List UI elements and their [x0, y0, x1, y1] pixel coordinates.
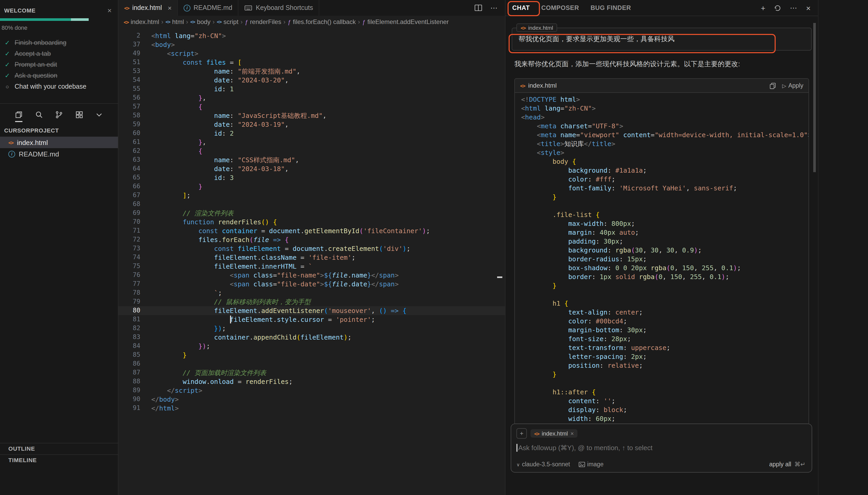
tab-chat[interactable]: CHAT — [512, 4, 530, 12]
close-icon[interactable] — [168, 4, 172, 11]
line-number: 86 — [118, 359, 140, 368]
code-line: width: 60px; — [521, 414, 802, 423]
code-line: 65 id: 3 — [118, 173, 505, 182]
line-number: 75 — [118, 262, 140, 271]
code-text: name: "前端开发指南.md", — [151, 67, 301, 75]
more-actions-icon[interactable] — [790, 4, 798, 12]
outline-panel-header[interactable]: OUTLINE — [0, 443, 118, 454]
code-text: }, — [151, 138, 206, 147]
input-file-chip[interactable]: index.html — [530, 429, 577, 438]
attach-image-button[interactable]: image — [578, 461, 603, 467]
line-number: 56 — [118, 93, 140, 102]
code-line: <style> — [521, 148, 802, 157]
more-actions-icon[interactable] — [490, 4, 498, 12]
close-icon[interactable]: × — [107, 7, 112, 14]
tab-keyboard-shortcuts[interactable]: Keyboard Shortcuts — [239, 0, 320, 16]
welcome-panel-header: WELCOME × — [0, 0, 118, 16]
file-row-index-html[interactable]: index.html — [0, 137, 118, 148]
code-text: } — [151, 351, 187, 359]
code-line: 67 ]; — [118, 191, 505, 200]
tab-readme-md[interactable]: README.md — [178, 0, 239, 16]
text-cursor — [230, 315, 231, 323]
tab-bug-finder[interactable]: BUG FINDER — [591, 4, 631, 12]
code-text: .file-list { — [521, 210, 600, 219]
code-text: background: rgba(30, 30, 30, 0.9); — [521, 246, 702, 255]
code-line: <head> — [521, 113, 802, 121]
tab-index-html[interactable]: index.html — [118, 0, 178, 16]
code-line: 83 container.appendChild(fileElement); — [118, 333, 505, 342]
code-text: ]; — [151, 191, 191, 200]
extensions-icon[interactable] — [75, 110, 83, 119]
code-text: </html> — [151, 404, 178, 413]
code-text: id: 2 — [151, 129, 234, 138]
code-line: h1::after { — [521, 388, 802, 396]
progress-label: 80% done — [0, 21, 118, 31]
breadcrumb-item[interactable]: script — [217, 18, 238, 25]
apply-all-button[interactable]: apply all ⌘↵ — [769, 461, 805, 468]
copy-icon[interactable] — [769, 82, 776, 89]
new-chat-icon[interactable] — [761, 3, 766, 12]
checklist-item[interactable]: Ask a question — [0, 70, 118, 81]
chat-input-box[interactable]: index.html Ask followup (⌘Y), @ to menti… — [511, 424, 812, 473]
add-context-button[interactable] — [516, 428, 527, 439]
code-text: date: "2024-03-20", — [151, 75, 289, 85]
code-text: max-width: 800px; — [521, 219, 635, 228]
context-file-chip[interactable]: index.html — [516, 23, 557, 32]
tab-composer[interactable]: COMPOSER — [541, 4, 579, 12]
checklist-item[interactable]: Prompt an edit — [0, 59, 118, 70]
chat-scrollbar-thumb[interactable] — [813, 23, 816, 172]
code-text: <body> — [151, 40, 175, 49]
file-row-readme-md[interactable]: README.md — [0, 148, 118, 159]
line-number: 58 — [118, 111, 140, 120]
code-line: border: 1px solid rgba(0, 150, 255, 0.1)… — [521, 272, 802, 281]
breadcrumb-item[interactable]: files.forEach() callback — [287, 18, 356, 25]
checklist-item[interactable]: Accept a tab — [0, 48, 118, 59]
code-text: date: "2024-03-19", — [151, 120, 289, 129]
right-empty-gutter — [818, 0, 868, 495]
code-line: } — [521, 192, 802, 201]
line-number: 64 — [118, 164, 140, 173]
line-number: 90 — [118, 395, 140, 404]
breadcrumb-item[interactable]: renderFiles — [245, 18, 281, 25]
code-line: 78 `; — [118, 288, 505, 297]
breadcrumb-item[interactable]: body — [190, 18, 210, 25]
code-text: date: "2024-03-18", — [151, 164, 289, 173]
code-line: 88 window.onload = renderFiles; — [118, 377, 505, 386]
code-line: 56 }, — [118, 93, 505, 102]
code-line: 66 } — [118, 182, 505, 191]
apply-button[interactable]: Apply — [782, 82, 803, 89]
close-panel-icon[interactable] — [806, 3, 811, 12]
copy-pages-icon[interactable] — [15, 110, 23, 119]
code-text: { — [151, 147, 202, 155]
source-control-icon[interactable] — [55, 110, 63, 119]
sidebar-view-icons — [0, 103, 118, 119]
timeline-panel-header[interactable]: TIMELINE — [0, 454, 118, 466]
code-text: const files = [ — [151, 58, 241, 67]
line-number: 57 — [118, 102, 140, 111]
history-icon[interactable] — [773, 4, 781, 12]
line-number: 88 — [118, 377, 140, 386]
line-number: 49 — [118, 49, 140, 58]
code-line: font-size: 28px; — [521, 334, 802, 343]
chat-panel-header: CHAT COMPOSER BUG FINDER — [506, 0, 818, 16]
split-editor-icon[interactable] — [474, 4, 482, 12]
breadcrumb-item[interactable]: index.html — [124, 18, 159, 25]
breadcrumb-item[interactable]: fileElement.addEventListener — [362, 18, 448, 25]
remove-chip-icon[interactable] — [571, 430, 574, 437]
checklist-item[interactable]: Chat with your codebase — [0, 81, 118, 92]
chevron-down-icon[interactable] — [95, 110, 103, 119]
line-number: 71 — [118, 226, 140, 235]
checklist-item[interactable]: Finish onboarding — [0, 37, 118, 48]
code-text: <meta name="viewport" content="width=dev… — [521, 131, 809, 139]
code-line: 70 function renderFiles() { — [118, 218, 505, 226]
code-editor[interactable]: 2<html lang="zh-CN">37<body>49 <script>5… — [118, 28, 505, 495]
code-line: 53 name: "前端开发指南.md", — [118, 67, 505, 75]
search-icon[interactable] — [35, 110, 43, 119]
code-line: <title>知识库</title> — [521, 139, 802, 148]
chat-input-field[interactable]: Ask followup (⌘Y), @ to mention, ↑ to se… — [516, 444, 806, 452]
line-number: 61 — [118, 138, 140, 147]
breadcrumb-item[interactable]: html — [165, 18, 184, 25]
model-selector[interactable]: claude-3.5-sonnet — [516, 461, 570, 467]
file-name: README.md — [19, 150, 59, 158]
line-number: 76 — [118, 271, 140, 279]
